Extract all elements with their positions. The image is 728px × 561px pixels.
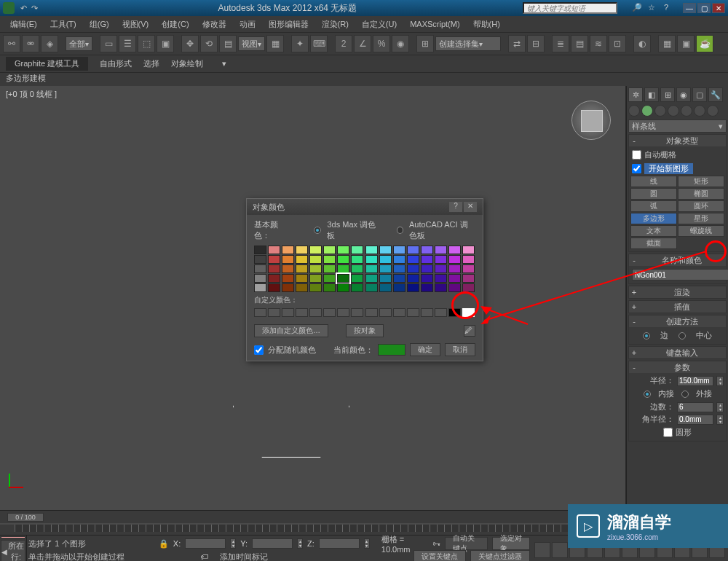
keyfilter-button[interactable]: 关键点过滤器: [470, 550, 530, 561]
motion-tab-icon[interactable]: ◉: [676, 87, 691, 102]
material-icon[interactable]: ◐: [633, 35, 651, 52]
color-swatch[interactable]: [296, 255, 308, 264]
move-icon[interactable]: ✥: [181, 35, 199, 52]
color-swatch[interactable]: [268, 255, 280, 264]
x-input[interactable]: [185, 538, 226, 549]
radio-circumscribe[interactable]: [681, 391, 689, 398]
color-swatch[interactable]: [462, 264, 475, 273]
menu-edit[interactable]: 编辑(E): [4, 17, 43, 31]
color-swatch[interactable]: [309, 246, 322, 254]
hierarchy-tab-icon[interactable]: ⊞: [660, 87, 675, 102]
color-swatch[interactable]: [379, 264, 392, 273]
color-swatch[interactable]: [421, 255, 433, 264]
window-crossing-icon[interactable]: ▣: [157, 35, 174, 52]
color-swatch[interactable]: [435, 264, 447, 273]
ok-button[interactable]: 确定: [410, 343, 440, 356]
tab-selection[interactable]: 选择: [143, 58, 159, 69]
color-swatch[interactable]: [296, 283, 308, 292]
corner-input[interactable]: [677, 415, 713, 425]
systems-icon[interactable]: [707, 105, 719, 117]
shape-text[interactable]: 文本: [630, 225, 677, 237]
color-swatch[interactable]: [282, 283, 294, 292]
rotate-icon[interactable]: ⟲: [200, 35, 218, 52]
cameras-icon[interactable]: [668, 105, 679, 117]
filter-dropdown[interactable]: 全部 ▾: [66, 36, 92, 51]
y-input[interactable]: [252, 538, 293, 549]
rollout-object-type[interactable]: -对象类型: [629, 135, 726, 146]
location-indicator[interactable]: ◀ 所在行:: [1, 540, 25, 561]
color-swatch[interactable]: [254, 255, 266, 264]
shape-ellipse[interactable]: 椭圆: [678, 188, 724, 200]
select-region-icon[interactable]: ⬚: [138, 35, 155, 52]
color-swatch[interactable]: [365, 264, 378, 273]
refcoord-dropdown[interactable]: 视图 ▾: [238, 36, 265, 51]
color-swatch[interactable]: [462, 274, 475, 283]
dialog-close-button[interactable]: ✕: [464, 202, 477, 212]
color-swatch[interactable]: [379, 283, 392, 292]
menu-help[interactable]: 帮助(H): [467, 17, 506, 31]
color-swatch[interactable]: [393, 283, 405, 292]
color-swatch[interactable]: [296, 264, 308, 273]
playback-prev-icon[interactable]: [552, 542, 568, 558]
circular-checkbox[interactable]: [663, 428, 673, 437]
manipulate-icon[interactable]: ✦: [291, 35, 309, 52]
utilities-tab-icon[interactable]: 🔧: [708, 87, 723, 102]
color-swatch[interactable]: [337, 246, 349, 254]
ngon-shape[interactable]: [233, 356, 364, 472]
maximize-button[interactable]: ▢: [697, 3, 711, 13]
radius-input[interactable]: [677, 376, 713, 386]
shape-ngon[interactable]: 多边形: [630, 213, 677, 224]
shape-section[interactable]: 截面: [630, 238, 677, 249]
selected-obj-button[interactable]: 选定对象: [492, 537, 530, 550]
render-icon[interactable]: ☕: [696, 35, 713, 52]
menu-tools[interactable]: 工具(T): [44, 17, 82, 31]
color-swatch[interactable]: [351, 264, 363, 273]
color-swatch[interactable]: [323, 264, 336, 273]
access-icon[interactable]: 🔎: [632, 3, 642, 13]
add-custom-button[interactable]: 添加自定义颜色…: [254, 324, 328, 337]
color-swatch[interactable]: [254, 283, 266, 292]
color-swatch[interactable]: [462, 283, 475, 292]
color-swatch[interactable]: [309, 283, 322, 292]
color-swatch[interactable]: [323, 274, 336, 283]
radio-inscribe[interactable]: [644, 391, 651, 398]
link-icon[interactable]: ⚯: [3, 35, 20, 52]
color-swatch[interactable]: [351, 283, 363, 292]
color-swatch[interactable]: [421, 264, 433, 273]
redo-icon[interactable]: ↷: [31, 4, 38, 13]
object-name-input[interactable]: [632, 269, 728, 280]
color-swatch[interactable]: [407, 246, 419, 254]
time-slider-thumb[interactable]: 0 / 100: [7, 513, 44, 522]
color-swatch[interactable]: [448, 255, 461, 264]
radius-spinner[interactable]: [716, 376, 724, 386]
color-swatch[interactable]: [365, 274, 378, 283]
color-swatch[interactable]: [379, 274, 392, 283]
color-swatch[interactable]: [351, 255, 363, 264]
shape-line[interactable]: 线: [630, 176, 677, 187]
layers-icon[interactable]: ≣: [552, 35, 569, 52]
color-swatch[interactable]: [421, 283, 433, 292]
color-swatch[interactable]: [407, 255, 419, 264]
spacewarp-icon[interactable]: [694, 105, 705, 117]
color-swatch[interactable]: [393, 264, 405, 273]
color-swatch[interactable]: [393, 246, 405, 254]
shape-rect[interactable]: 矩形: [678, 176, 724, 187]
mirror-icon[interactable]: ⇄: [508, 35, 526, 52]
setkey-button[interactable]: 设置关键点: [414, 550, 466, 561]
current-color-swatch[interactable]: [378, 344, 405, 356]
color-swatch[interactable]: [435, 255, 447, 264]
color-swatch[interactable]: [393, 255, 405, 264]
snap2d-icon[interactable]: 2: [335, 35, 352, 52]
minimize-button[interactable]: —: [683, 3, 696, 13]
display-tab-icon[interactable]: ▢: [692, 87, 707, 102]
color-swatch[interactable]: [379, 255, 392, 264]
color-swatch[interactable]: [365, 255, 378, 264]
tab-graphite[interactable]: Graphite 建模工具: [6, 57, 88, 71]
color-swatch[interactable]: [309, 255, 322, 264]
bind-icon[interactable]: ◈: [41, 35, 58, 52]
named-set-dropdown[interactable]: 创建选择集 ▾: [435, 36, 501, 51]
color-swatch[interactable]: [268, 264, 280, 273]
color-swatch[interactable]: [282, 264, 294, 273]
viewcube-icon[interactable]: [571, 101, 611, 140]
color-swatch[interactable]: [254, 246, 266, 254]
